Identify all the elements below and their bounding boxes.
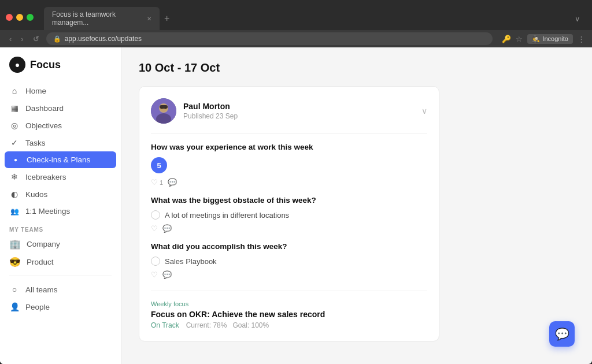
current-label: Current: — [186, 321, 211, 329]
sidebar-item-kudos-label: Kudos — [25, 190, 47, 199]
comment-icon-2: 💬 — [162, 224, 172, 233]
user-name: Paul Morton — [183, 102, 238, 111]
update-card: Paul Morton Published 23 Sep ∨ How was y… — [139, 86, 439, 341]
meetings-icon: 👥 — [9, 207, 20, 216]
sidebar-item-icebreakers[interactable]: ❄ Icebreakers — [0, 168, 121, 185]
window-collapse-button[interactable]: ∨ — [575, 14, 580, 23]
answer-row-3: Sales Playbook — [151, 257, 427, 266]
sidebar-item-checkins[interactable]: ● Check-ins & Plans — [5, 151, 116, 168]
logo-icon: ● — [9, 57, 25, 73]
sidebar-item-tasks[interactable]: ✓ Tasks — [0, 134, 121, 151]
svg-point-5 — [161, 107, 163, 109]
dashboard-icon: ▦ — [9, 103, 20, 113]
new-tab-button[interactable]: + — [164, 13, 169, 24]
sidebar-item-home[interactable]: ⌂ Home — [0, 82, 121, 99]
current-value: 78% — [213, 321, 227, 329]
sidebar-logo: ● Focus — [0, 57, 121, 82]
team-item-company[interactable]: 🏢 Company — [0, 235, 121, 253]
sidebar-item-objectives[interactable]: ◎ Objectives — [0, 117, 121, 134]
all-teams-icon: ○ — [9, 285, 20, 294]
comment-button-2[interactable]: 💬 — [162, 224, 172, 233]
icebreakers-icon: ❄ — [9, 172, 20, 181]
incognito-icon: 🕵 — [532, 35, 540, 43]
menu-button[interactable]: ⋮ — [578, 35, 585, 43]
sidebar-item-kudos[interactable]: ◐ Kudos — [0, 185, 121, 203]
avatar — [151, 98, 176, 124]
reaction-row-2: ♡ 💬 — [151, 224, 427, 233]
sidebar-divider — [9, 276, 112, 276]
like-button-3[interactable]: ♡ — [151, 270, 158, 279]
sidebar-item-dashboard[interactable]: ▦ Dashboard — [0, 99, 121, 117]
url-text: app.usefocus.co/updates — [65, 35, 142, 43]
incognito-label: Incognito — [542, 35, 568, 42]
tab-title: Focus is a teamwork managem... — [52, 10, 142, 27]
card-header: Paul Morton Published 23 Sep ∨ — [151, 98, 427, 133]
reaction-row-3: ♡ 💬 — [151, 270, 427, 279]
sidebar-item-people-label: People — [25, 303, 50, 311]
sidebar-item-meetings[interactable]: 👥 1:1 Meetings — [0, 203, 121, 220]
chat-fab-button[interactable]: 💬 — [549, 321, 575, 347]
maximize-window-button[interactable] — [27, 14, 34, 21]
comment-icon-3: 💬 — [162, 270, 172, 279]
back-button[interactable]: ‹ — [7, 34, 14, 44]
minimize-window-button[interactable] — [16, 14, 23, 21]
page-title: 10 Oct - 17 Oct — [139, 61, 575, 75]
sidebar-item-meetings-label: 1:1 Meetings — [25, 207, 70, 216]
goal-label: Goal: — [232, 321, 249, 329]
answer-row-1: 5 — [151, 157, 427, 173]
product-icon: 😎 — [9, 257, 21, 268]
tasks-icon: ✓ — [9, 138, 20, 147]
traffic-lights — [6, 14, 34, 21]
sidebar-item-all-teams-label: All teams — [25, 285, 58, 294]
weekly-focus-block: Weekly focus Focus on OKR: Achieve the n… — [151, 291, 427, 329]
main-content: 10 Oct - 17 Oct — [121, 47, 592, 364]
goal-value: 100% — [251, 321, 269, 329]
like-button-2[interactable]: ♡ — [151, 224, 158, 233]
team-item-product[interactable]: 😎 Product — [0, 253, 121, 271]
comment-button-1[interactable]: 💬 — [168, 178, 177, 187]
like-button-1[interactable]: ♡ 1 — [151, 178, 163, 187]
answer-text-2: A lot of meetings in different locations — [165, 211, 289, 220]
card-collapse-button[interactable]: ∨ — [421, 106, 427, 116]
sidebar-item-people[interactable]: 👤 People — [0, 298, 121, 315]
svg-point-6 — [165, 107, 166, 109]
objectives-icon: ◎ — [9, 121, 20, 130]
sidebar-item-objectives-label: Objectives — [25, 121, 62, 130]
my-teams-section-label: MY TEAMS — [0, 220, 121, 235]
answer-text-3: Sales Playbook — [165, 257, 217, 266]
people-icon: 👤 — [9, 302, 20, 311]
rating-badge: 5 — [151, 157, 167, 173]
close-window-button[interactable] — [6, 14, 13, 21]
avatar-image — [151, 98, 176, 124]
comment-button-3[interactable]: 💬 — [162, 270, 172, 279]
answer-circle-3 — [151, 257, 160, 266]
answer-row-2: A lot of meetings in different locations — [151, 210, 427, 220]
question-text-2: What was the biggest obstacle of this we… — [151, 196, 427, 205]
question-block-1: How was your experience at work this wee… — [151, 143, 427, 187]
question-block-3: What did you accomplish this week? Sales… — [151, 242, 427, 279]
weekly-focus-label: Weekly focus — [151, 300, 427, 307]
bookmark-icon[interactable]: ☆ — [516, 35, 523, 43]
logo-text: Focus — [30, 59, 61, 71]
sidebar: ● Focus ⌂ Home ▦ Dashboard ◎ Objectives … — [0, 47, 121, 364]
tab-close-button[interactable]: ✕ — [147, 16, 151, 22]
checkins-icon: ● — [10, 157, 21, 163]
question-text-1: How was your experience at work this wee… — [151, 143, 427, 151]
on-track-status: On Track — [151, 321, 179, 329]
sidebar-item-all-teams[interactable]: ○ All teams — [0, 281, 121, 298]
heart-icon-1: ♡ — [151, 178, 158, 187]
company-icon: 🏢 — [9, 239, 21, 250]
team-item-product-label: Product — [27, 258, 54, 266]
sidebar-item-icebreakers-label: Icebreakers — [25, 173, 66, 181]
browser-tab[interactable]: Focus is a teamwork managem... ✕ — [44, 7, 160, 30]
chat-fab-icon: 💬 — [555, 327, 569, 341]
like-count-1: 1 — [160, 179, 163, 186]
user-date: Published 23 Sep — [183, 112, 238, 120]
forward-button[interactable]: › — [18, 34, 25, 44]
heart-icon-2: ♡ — [151, 224, 158, 233]
sidebar-item-tasks-label: Tasks — [25, 139, 46, 147]
heart-icon-3: ♡ — [151, 270, 158, 279]
refresh-button[interactable]: ↺ — [31, 34, 42, 44]
url-input[interactable]: 🔒 app.usefocus.co/updates — [46, 32, 493, 45]
question-text-3: What did you accomplish this week? — [151, 242, 427, 251]
